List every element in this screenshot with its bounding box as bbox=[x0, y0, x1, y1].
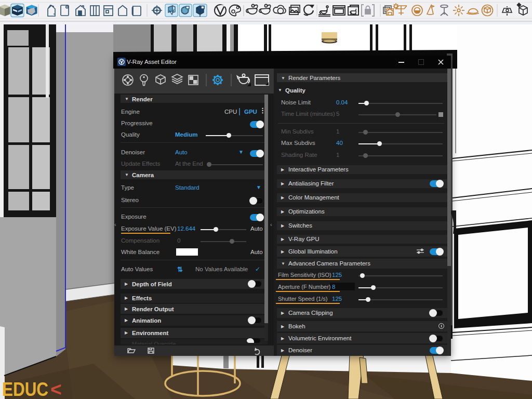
svg-text:EDUC: EDUC bbox=[2, 379, 48, 399]
svg-text:<: < bbox=[50, 379, 62, 399]
